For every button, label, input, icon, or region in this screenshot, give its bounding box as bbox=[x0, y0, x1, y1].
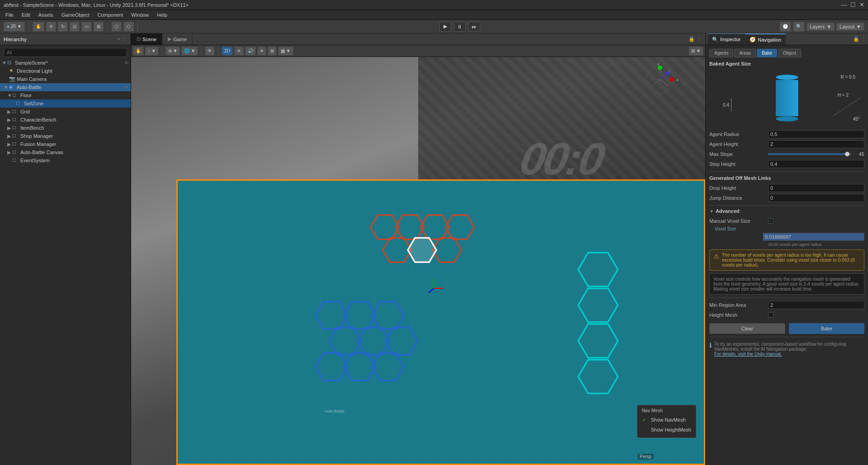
tab-scene[interactable]: ⊡ Scene bbox=[131, 33, 162, 45]
tab-navigation[interactable]: 🧭 Navigation bbox=[745, 33, 786, 45]
scene-global-btn[interactable]: 🌐 ▼ bbox=[181, 47, 198, 56]
transform-tool[interactable]: ⊞ bbox=[94, 22, 104, 32]
min-region-input[interactable] bbox=[768, 301, 864, 309]
tree-item-directionallight[interactable]: ☀ Directional Light bbox=[0, 67, 131, 75]
max-slope-slider[interactable] bbox=[768, 153, 851, 155]
visibility-icon-2[interactable]: 👁 bbox=[124, 85, 129, 90]
play-btn[interactable]: ▶ bbox=[439, 22, 451, 32]
inspector-panel: 🔍 Inspector 🧭 Navigation 🔒 ⋮ Agents Area… bbox=[705, 33, 868, 465]
history-btn[interactable]: 🕐 bbox=[779, 22, 791, 32]
scene-gizmo-btn[interactable]: ▦ ▼ bbox=[278, 47, 293, 56]
rotate-tool[interactable]: ↻ bbox=[58, 22, 68, 32]
tree-item-shopmanager[interactable]: ▶ □ Shop Manager bbox=[0, 132, 131, 140]
sub-tab-object[interactable]: Object bbox=[778, 49, 801, 57]
scene-light-btn[interactable]: ☀ bbox=[234, 47, 244, 56]
voxel-hint: 30.00 voxels per agent radius bbox=[709, 242, 864, 247]
move-tool[interactable]: ✛ bbox=[46, 22, 56, 32]
tree-item-maincamera[interactable]: 📷 Main Camera bbox=[0, 75, 131, 83]
inspector-lock-btn[interactable]: 🔒 bbox=[853, 36, 859, 42]
scene-viewport[interactable]: 00:0 bbox=[131, 57, 705, 465]
hierarchy-add-btn[interactable]: + bbox=[118, 36, 120, 42]
scene-audio-btn[interactable]: 🔊 bbox=[245, 47, 256, 56]
jump-distance-input[interactable] bbox=[768, 194, 864, 202]
menu-file[interactable]: File bbox=[2, 11, 17, 19]
step-height-label: Step Height bbox=[709, 161, 768, 167]
svg-line-39 bbox=[660, 80, 669, 86]
inspector-menu-btn[interactable]: ⋮ bbox=[861, 36, 866, 42]
show-heightmesh-item[interactable]: ✓ Show HeightMesh bbox=[642, 425, 691, 435]
tree-item-autobattlecanvas[interactable]: ▶ □ Auto-Battle Canvas bbox=[0, 148, 131, 156]
scene-draw-btn[interactable]: ✋ bbox=[133, 47, 144, 56]
menu-gameobject[interactable]: GameObject bbox=[58, 11, 93, 19]
bake-button[interactable]: Bake bbox=[789, 323, 865, 334]
tab-game[interactable]: ▶ Game bbox=[162, 33, 193, 45]
layout-dropdown[interactable]: Layout ▼ bbox=[836, 23, 864, 31]
tree-item-fusionmanager[interactable]: ▶ □ Fusion Manager bbox=[0, 140, 131, 148]
tree-item-samplescene[interactable]: ▼ ⊡ SampleScene* 👁 bbox=[0, 59, 131, 67]
manual-voxel-checkbox[interactable] bbox=[768, 218, 774, 224]
menu-component[interactable]: Component bbox=[94, 11, 127, 19]
hierarchy-search[interactable] bbox=[4, 48, 127, 57]
height-mesh-checkbox[interactable] bbox=[768, 312, 774, 318]
step-btn[interactable]: ⏭ bbox=[468, 22, 480, 32]
menu-window[interactable]: Window bbox=[127, 11, 152, 19]
tree-item-autobattle[interactable]: ▼ ◈ Auto-Battle 👁 bbox=[0, 83, 131, 91]
cylinder-bottom bbox=[776, 116, 798, 122]
tree-item-eventsystem[interactable]: □ EventSystem bbox=[0, 156, 131, 164]
search-btn[interactable]: 🔍 bbox=[793, 22, 805, 32]
custom-tool-2[interactable]: ⬡ bbox=[123, 22, 134, 32]
step-height-input[interactable] bbox=[768, 160, 864, 168]
nav-info-text: To try an experimental, component-based … bbox=[714, 342, 864, 352]
scene-extras-btn[interactable]: ⊞ ▼ bbox=[689, 47, 703, 56]
sub-tab-areas[interactable]: Areas bbox=[734, 49, 756, 57]
tree-label: Fusion Manager bbox=[20, 141, 57, 147]
voxel-size-input[interactable] bbox=[763, 233, 864, 241]
nav-info-link[interactable]: For details, visit the Unity manual. bbox=[714, 352, 864, 357]
tree-item-charbench[interactable]: ▶ □ CharacterBench bbox=[0, 116, 131, 124]
scene-fx-btn[interactable]: ✦ bbox=[257, 47, 266, 56]
drop-height-input[interactable] bbox=[768, 184, 864, 192]
scene-menu-btn[interactable]: ⋮ bbox=[697, 36, 702, 42]
sub-tab-agents[interactable]: Agents bbox=[709, 49, 733, 57]
scale-tool[interactable]: ⊡ bbox=[70, 22, 80, 32]
scene-lock-btn[interactable]: 🔒 bbox=[689, 36, 695, 42]
layers-dropdown[interactable]: Layers ▼ bbox=[807, 23, 835, 31]
account-btn[interactable]: ● JR ▼ bbox=[4, 22, 25, 32]
scene-vis-btn[interactable]: 👁 bbox=[205, 47, 215, 56]
menu-help[interactable]: Help bbox=[153, 11, 171, 19]
agent-radius-input[interactable] bbox=[768, 130, 864, 138]
tree-item-sellzone[interactable]: □ SellZone bbox=[0, 99, 131, 108]
arrow-canvas: ▶ bbox=[7, 150, 13, 155]
tree-label: Grid bbox=[20, 109, 30, 114]
visibility-icon[interactable]: 👁 bbox=[124, 61, 129, 66]
agent-angle-label: 45° bbox=[853, 117, 860, 122]
menu-edit[interactable]: Edit bbox=[18, 11, 34, 19]
tree-item-itembench[interactable]: ▶ □ ItemBench bbox=[0, 124, 131, 132]
scene-2d-btn[interactable]: 2D bbox=[222, 47, 233, 56]
scene-hidden-btn[interactable]: ⊞ bbox=[268, 47, 277, 56]
advanced-arrow: ▼ bbox=[709, 209, 714, 214]
custom-tool-1[interactable]: ⬡ bbox=[111, 22, 122, 32]
rect-tool[interactable]: ▭ bbox=[81, 22, 92, 32]
svg-marker-20 bbox=[578, 324, 618, 358]
scene-center-btn[interactable]: ⊕ ▼ bbox=[165, 47, 180, 56]
hand-tool[interactable]: ✋ bbox=[33, 22, 44, 32]
pause-btn[interactable]: ⏸ bbox=[454, 22, 466, 32]
minimize-btn[interactable]: — bbox=[841, 1, 847, 8]
show-navmesh-item[interactable]: ✓ Show NavMesh bbox=[642, 415, 691, 425]
tree-item-grid[interactable]: ▶ □ Grid bbox=[0, 108, 131, 116]
clear-button[interactable]: Clear bbox=[709, 323, 785, 334]
navigation-icon: 🧭 bbox=[750, 37, 756, 42]
advanced-section-header[interactable]: ▼ Advanced bbox=[709, 208, 864, 214]
menu-assets[interactable]: Assets bbox=[35, 11, 57, 19]
camera-gizmo: Y X Z bbox=[642, 61, 678, 98]
max-slope-thumb[interactable] bbox=[845, 152, 849, 156]
sub-tab-bake[interactable]: Bake bbox=[757, 49, 777, 57]
agent-height-input[interactable] bbox=[768, 140, 864, 148]
tab-inspector[interactable]: 🔍 Inspector bbox=[708, 33, 745, 45]
maximize-btn[interactable]: ☐ bbox=[850, 1, 856, 8]
tree-item-floor[interactable]: ▼ □ Floor bbox=[0, 91, 131, 99]
scene-move-btn[interactable]: ↕ ▼ bbox=[145, 47, 159, 56]
close-btn[interactable]: ✕ bbox=[859, 1, 864, 8]
hierarchy-menu-btn[interactable]: ⋮ bbox=[122, 36, 127, 42]
